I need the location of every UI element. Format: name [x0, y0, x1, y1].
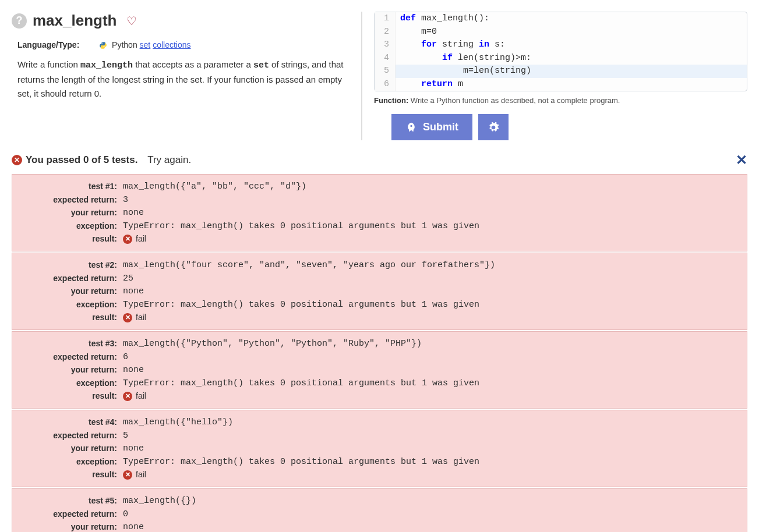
function-hint: Function: Write a Python function as des…: [374, 96, 747, 105]
error-icon: ✕: [12, 155, 22, 165]
question-icon: ?: [12, 13, 27, 29]
code-text[interactable]: m=len(string): [396, 65, 531, 78]
title-row: ? max_length ♡: [12, 12, 350, 30]
close-results-icon[interactable]: ✕: [736, 152, 747, 168]
code-text[interactable]: for string in s:: [396, 38, 505, 52]
test-row-value: 25: [123, 272, 133, 286]
line-number: 1: [375, 12, 396, 26]
tag-link-collections[interactable]: collections: [153, 40, 190, 49]
test-row-value: none: [123, 442, 144, 456]
line-number: 3: [375, 38, 396, 52]
language-label: Language/Type:: [17, 40, 79, 49]
gear-icon: [488, 122, 499, 133]
test-row-label: test #5:: [18, 495, 123, 508]
fail-icon: ✕: [123, 392, 132, 401]
test-row-value: TypeError: max_length() takes 0 position…: [123, 299, 479, 312]
code-line[interactable]: 1def max_length():: [375, 12, 747, 26]
test-row-label: exception:: [18, 377, 123, 391]
test-row-value: 5: [123, 430, 128, 443]
test-row-label: test #3:: [18, 338, 123, 351]
line-number: 5: [375, 65, 396, 78]
code-line[interactable]: 5 m=len(string): [375, 65, 747, 78]
test-block: test #2:max_length({"four score", "and",…: [12, 253, 747, 330]
test-row-label: expected return:: [18, 194, 123, 207]
test-row-label: your return:: [18, 285, 123, 299]
fail-icon: ✕: [123, 470, 132, 480]
python-icon: [99, 41, 107, 49]
test-row-label: test #1:: [18, 180, 123, 194]
test-row-value: 6: [123, 351, 128, 364]
test-row-label: result:: [18, 469, 123, 481]
rocket-icon: [405, 122, 417, 133]
test-row-label: your return:: [18, 364, 123, 377]
test-row-label: test #4:: [18, 416, 123, 430]
code-text[interactable]: def max_length():: [396, 12, 489, 26]
test-row-label: your return:: [18, 442, 123, 456]
test-row-label: your return:: [18, 207, 123, 220]
settings-button[interactable]: [478, 114, 509, 140]
test-result: ✕fail: [123, 390, 146, 402]
test-result: ✕fail: [123, 311, 146, 324]
fail-icon: ✕: [123, 313, 132, 322]
test-row-label: exception:: [18, 456, 123, 469]
test-result: ✕fail: [123, 469, 146, 481]
test-block: test #5:max_length({})expected return:0y…: [12, 488, 747, 532]
line-number: 4: [375, 52, 396, 65]
test-row-value: TypeError: max_length() takes 0 position…: [123, 456, 479, 469]
test-row-value: 0: [123, 508, 128, 522]
test-block: test #3:max_length({"Python", "Python", …: [12, 331, 747, 409]
test-block: test #4:max_length({"hello"})expected re…: [12, 410, 747, 487]
test-row-label: result:: [18, 233, 123, 245]
code-text[interactable]: return m: [396, 78, 463, 91]
line-number: 2: [375, 26, 396, 39]
test-row-label: test #2:: [18, 259, 123, 272]
test-row-value: max_length({"hello"}): [123, 416, 233, 430]
test-row-value: TypeError: max_length() takes 0 position…: [123, 220, 479, 233]
code-editor[interactable]: 1def max_length():2 m=03 for string in s…: [374, 12, 747, 91]
test-row-value: none: [123, 285, 144, 299]
test-result: ✕fail: [123, 233, 146, 245]
results-summary: ✕ You passed 0 of 5 tests. Try again.: [12, 154, 191, 166]
submit-button[interactable]: Submit: [391, 114, 472, 140]
code-line[interactable]: 2 m=0: [375, 26, 747, 39]
code-line[interactable]: 6 return m: [375, 78, 747, 91]
test-block: test #1:max_length({"a", "bb", "ccc", "d…: [12, 174, 747, 251]
test-row-label: expected return:: [18, 508, 123, 522]
test-row-value: max_length({"a", "bb", "ccc", "d"}): [123, 180, 306, 194]
test-row-label: your return:: [18, 521, 123, 532]
code-text[interactable]: m=0: [396, 26, 437, 39]
tag-link-set[interactable]: set: [140, 40, 151, 49]
test-row-label: expected return:: [18, 430, 123, 443]
test-row-label: expected return:: [18, 351, 123, 364]
problem-title: max_length: [33, 12, 117, 30]
test-row-value: 3: [123, 194, 128, 207]
test-row-label: result:: [18, 311, 123, 324]
test-row-value: max_length({}): [123, 495, 196, 508]
line-number: 6: [375, 78, 396, 91]
code-line[interactable]: 3 for string in s:: [375, 38, 747, 52]
test-row-value: max_length({"four score", "and", "seven"…: [123, 259, 495, 272]
test-row-value: TypeError: max_length() takes 0 position…: [123, 377, 479, 391]
test-row-label: result:: [18, 390, 123, 402]
test-row-label: expected return:: [18, 272, 123, 286]
test-row-value: none: [123, 207, 144, 220]
problem-description: Write a function max_length that accepts…: [17, 58, 350, 101]
code-text[interactable]: if len(string)>m:: [396, 52, 531, 65]
test-row-value: max_length({"Python", "Python", "Python"…: [123, 338, 422, 351]
favorite-icon[interactable]: ♡: [126, 14, 137, 28]
code-line[interactable]: 4 if len(string)>m:: [375, 52, 747, 65]
language-name: Python: [112, 40, 137, 49]
fail-icon: ✕: [123, 235, 132, 244]
submit-label: Submit: [423, 121, 458, 133]
test-row-value: none: [123, 521, 144, 532]
test-row-label: exception:: [18, 220, 123, 233]
test-row-label: exception:: [18, 299, 123, 312]
test-row-value: none: [123, 364, 144, 377]
